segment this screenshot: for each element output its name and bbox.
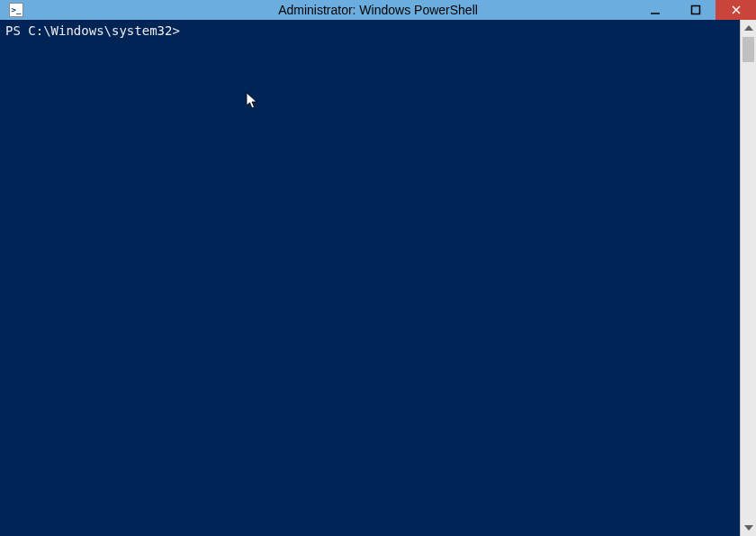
scroll-thumb[interactable] xyxy=(742,37,754,62)
scroll-down-button[interactable] xyxy=(741,520,756,536)
minimize-button[interactable] xyxy=(634,0,675,20)
powershell-window: >_ Administrator: Windows PowerShell xyxy=(0,0,756,536)
powershell-icon: >_ xyxy=(9,3,23,17)
scroll-up-button[interactable] xyxy=(741,20,756,36)
close-button[interactable] xyxy=(716,0,756,20)
window-controls xyxy=(634,0,756,20)
prompt-text: PS C:\Windows\system32> xyxy=(5,23,180,38)
titlebar[interactable]: >_ Administrator: Windows PowerShell xyxy=(0,0,756,20)
svg-rect-1 xyxy=(691,6,699,14)
maximize-button[interactable] xyxy=(675,0,716,20)
vertical-scrollbar[interactable] xyxy=(740,20,756,536)
scroll-track[interactable] xyxy=(741,36,756,520)
console-area[interactable]: PS C:\Windows\system32> xyxy=(0,20,756,536)
console-output[interactable]: PS C:\Windows\system32> xyxy=(0,20,740,536)
